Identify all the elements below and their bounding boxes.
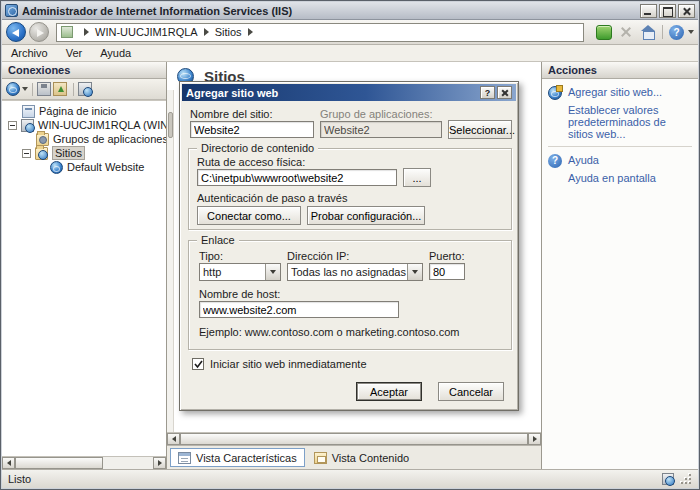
action-link-label[interactable]: Ayuda bbox=[568, 154, 599, 166]
minimize-button[interactable] bbox=[640, 4, 657, 18]
tree-item-label[interactable]: Default Website bbox=[67, 161, 144, 173]
combo-dropdown-icon[interactable] bbox=[407, 264, 422, 280]
server-globe-icon[interactable] bbox=[78, 82, 92, 96]
tree-item-label[interactable]: Página de inicio bbox=[39, 105, 117, 117]
breadcrumb-arrow-icon[interactable] bbox=[84, 28, 89, 36]
binding-legend: Enlace bbox=[197, 234, 239, 246]
test-settings-button[interactable]: Probar configuración... bbox=[307, 206, 425, 225]
breadcrumb[interactable]: WIN-UUCJIM1RQLA Sitios bbox=[56, 23, 584, 42]
back-button[interactable] bbox=[6, 22, 26, 42]
feature-view-vertical-scrollbar[interactable] bbox=[167, 90, 174, 432]
action-online-help[interactable]: Ayuda en pantalla bbox=[548, 172, 692, 184]
combo-dropdown-icon[interactable] bbox=[265, 264, 280, 280]
help-dropdown-icon[interactable] bbox=[688, 30, 694, 34]
action-set-website-defaults[interactable]: Establecer valores predeterminados de si… bbox=[548, 104, 692, 140]
status-bar: Listo bbox=[2, 469, 698, 488]
collapse-expander-icon[interactable] bbox=[22, 149, 31, 158]
breadcrumb-server[interactable]: WIN-UUCJIM1RQLA bbox=[95, 26, 198, 38]
forward-button[interactable] bbox=[29, 22, 49, 42]
close-button[interactable] bbox=[678, 4, 695, 18]
maximize-button[interactable] bbox=[659, 4, 676, 18]
dialog-help-button[interactable]: ? bbox=[480, 86, 495, 99]
actions-header: Acciones bbox=[542, 62, 698, 79]
tree-item-server[interactable]: WIN-UUCJIM1RQLA (WIN-UUCJIM bbox=[2, 118, 166, 132]
scrollbar-thumb[interactable] bbox=[180, 433, 528, 445]
browse-button[interactable]: ... bbox=[403, 168, 431, 187]
connections-tree: Página de inicio WIN-UUCJIM1RQLA (WIN-UU… bbox=[2, 100, 166, 456]
help-icon: ? bbox=[548, 154, 562, 168]
collapse-expander-icon[interactable] bbox=[8, 121, 17, 130]
dialog-close-button[interactable] bbox=[497, 86, 512, 99]
connect-as-button[interactable]: Conectar como... bbox=[197, 206, 301, 225]
breadcrumb-arrow-icon[interactable] bbox=[248, 28, 253, 36]
cancel-button[interactable]: Cancelar bbox=[438, 382, 504, 401]
tree-item-default-website[interactable]: Default Website bbox=[2, 160, 166, 174]
resize-grip[interactable] bbox=[680, 473, 692, 485]
scroll-left-button[interactable] bbox=[167, 433, 180, 445]
start-website-label: Iniciar sitio web inmediatamente bbox=[210, 358, 367, 370]
menu-ayuda[interactable]: Ayuda bbox=[91, 45, 140, 61]
action-link-label[interactable]: Agregar sitio web... bbox=[568, 86, 662, 98]
menu-ver[interactable]: Ver bbox=[57, 45, 92, 61]
status-server-icon bbox=[662, 473, 674, 485]
scrollbar-track[interactable] bbox=[15, 457, 153, 469]
refresh-up-icon[interactable] bbox=[53, 82, 67, 96]
app-icon bbox=[5, 4, 18, 17]
action-link-label[interactable]: Establecer valores predeterminados de si… bbox=[568, 104, 692, 140]
scroll-left-icon bbox=[7, 460, 11, 466]
ip-combobox[interactable]: Todas las no asignadas bbox=[287, 263, 423, 281]
host-name-input[interactable] bbox=[199, 301, 399, 318]
scrollbar-track[interactable] bbox=[180, 433, 528, 445]
scrollbar-thumb[interactable] bbox=[15, 457, 103, 469]
ip-label: Dirección IP: bbox=[287, 250, 349, 262]
home-icon[interactable] bbox=[640, 25, 656, 40]
breadcrumb-arrow-icon[interactable] bbox=[204, 28, 209, 36]
connect-dropdown-icon[interactable] bbox=[22, 87, 28, 91]
tab-label[interactable]: Vista Características bbox=[196, 452, 297, 464]
tree-item-app-pools[interactable]: Grupos de aplicaciones bbox=[2, 132, 166, 146]
connect-server-icon[interactable] bbox=[6, 82, 20, 96]
scroll-right-button[interactable] bbox=[153, 457, 166, 469]
action-add-website[interactable]: Agregar sitio web... bbox=[548, 86, 692, 100]
site-name-input[interactable] bbox=[190, 121, 314, 138]
tab-content-view[interactable]: Vista Contenido bbox=[307, 448, 416, 467]
tab-label[interactable]: Vista Contenido bbox=[332, 452, 409, 464]
help-icon[interactable]: ? bbox=[669, 25, 684, 40]
feature-view-horizontal-scrollbar[interactable] bbox=[167, 432, 541, 445]
action-help[interactable]: ? Ayuda bbox=[548, 154, 692, 168]
start-website-checkbox[interactable] bbox=[192, 358, 204, 370]
dialog-titlebar[interactable]: Agregar sitio web ? bbox=[182, 84, 516, 101]
menu-archivo[interactable]: Archivo bbox=[2, 45, 57, 61]
binding-group: Enlace Tipo: Dirección IP: Puerto: http … bbox=[188, 240, 512, 350]
action-link-label[interactable]: Ayuda en pantalla bbox=[568, 172, 656, 184]
connections-toolbar bbox=[2, 79, 166, 100]
restart-icon[interactable] bbox=[596, 25, 612, 40]
add-website-icon bbox=[548, 86, 562, 100]
port-input[interactable] bbox=[429, 263, 465, 280]
save-icon[interactable] bbox=[37, 82, 51, 96]
connections-horizontal-scrollbar[interactable] bbox=[2, 456, 166, 469]
select-app-pool-button[interactable]: Seleccionar... bbox=[448, 120, 512, 139]
host-name-label: Nombre de host: bbox=[199, 288, 280, 300]
tree-item-start-page[interactable]: Página de inicio bbox=[2, 104, 166, 118]
type-label: Tipo: bbox=[199, 250, 223, 262]
tree-item-label[interactable]: WIN-UUCJIM1RQLA (WIN-UUCJIM bbox=[38, 119, 166, 131]
connections-panel: Conexiones Página de inicio WIN-UUCJ bbox=[2, 62, 167, 469]
tree-item-sites[interactable]: Sitios bbox=[2, 146, 166, 160]
tree-item-label-selected[interactable]: Sitios bbox=[52, 146, 85, 160]
ok-button[interactable]: Aceptar bbox=[356, 382, 422, 401]
scroll-right-button[interactable] bbox=[528, 433, 541, 445]
breadcrumb-sites[interactable]: Sitios bbox=[215, 26, 242, 38]
scroll-left-button[interactable] bbox=[2, 457, 15, 469]
scrollbar-thumb[interactable] bbox=[168, 112, 173, 138]
address-bar-row: WIN-UUCJIM1RQLA Sitios ? bbox=[2, 20, 698, 45]
tree-item-label[interactable]: Grupos de aplicaciones bbox=[53, 133, 166, 145]
toolbar-separator bbox=[662, 25, 663, 39]
tab-features-view[interactable]: Vista Características bbox=[170, 448, 305, 467]
page-icon bbox=[61, 26, 73, 38]
type-combobox[interactable]: http bbox=[199, 263, 281, 281]
add-website-dialog: Agregar sitio web ? Nombre del sitio: Gr… bbox=[179, 81, 519, 411]
content-directory-legend: Directorio de contenido bbox=[197, 142, 318, 154]
physical-path-input[interactable] bbox=[197, 169, 397, 186]
physical-path-label: Ruta de acceso física: bbox=[197, 156, 305, 168]
